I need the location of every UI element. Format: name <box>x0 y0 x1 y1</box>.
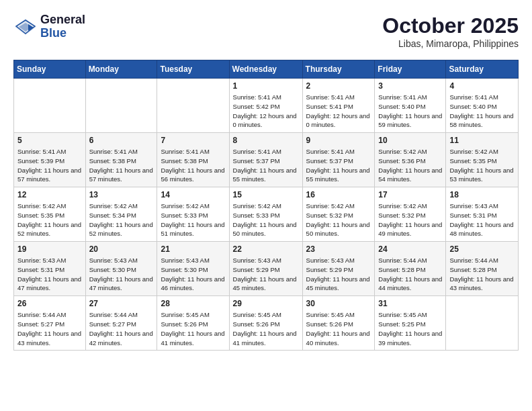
calendar-cell: 18Sunrise: 5:43 AMSunset: 5:31 PMDayligh… <box>446 187 519 242</box>
day-number: 4 <box>449 81 515 91</box>
calendar-cell: 31Sunrise: 5:45 AMSunset: 5:25 PMDayligh… <box>375 296 446 351</box>
calendar-cell: 26Sunrise: 5:44 AMSunset: 5:27 PMDayligh… <box>14 296 86 351</box>
day-number: 19 <box>17 244 82 254</box>
day-info: Sunrise: 5:41 AMSunset: 5:39 PMDaylight:… <box>17 147 82 184</box>
calendar-cell: 27Sunrise: 5:44 AMSunset: 5:27 PMDayligh… <box>85 296 157 351</box>
day-info: Sunrise: 5:42 AMSunset: 5:33 PMDaylight:… <box>161 201 225 238</box>
calendar-cell <box>446 296 519 351</box>
location: Libas, Mimaropa, Philippines <box>382 38 519 49</box>
day-number: 20 <box>89 244 154 254</box>
day-number: 7 <box>161 136 225 145</box>
day-info: Sunrise: 5:42 AMSunset: 5:34 PMDaylight:… <box>89 201 154 238</box>
calendar-cell: 22Sunrise: 5:43 AMSunset: 5:29 PMDayligh… <box>229 242 302 296</box>
calendar-cell: 20Sunrise: 5:43 AMSunset: 5:30 PMDayligh… <box>85 242 157 296</box>
day-info: Sunrise: 5:44 AMSunset: 5:27 PMDaylight:… <box>89 310 154 347</box>
day-number: 5 <box>17 136 82 145</box>
day-info: Sunrise: 5:41 AMSunset: 5:38 PMDaylight:… <box>89 147 154 184</box>
calendar-cell: 17Sunrise: 5:42 AMSunset: 5:32 PMDayligh… <box>375 187 446 242</box>
day-info: Sunrise: 5:41 AMSunset: 5:41 PMDaylight:… <box>306 93 371 130</box>
day-info: Sunrise: 5:41 AMSunset: 5:42 PMDaylight:… <box>233 93 299 130</box>
calendar-cell: 4Sunrise: 5:41 AMSunset: 5:40 PMDaylight… <box>446 79 519 133</box>
weekday-header-row: SundayMondayTuesdayWednesdayThursdayFrid… <box>14 60 519 79</box>
month-title: October 2025 <box>382 13 519 38</box>
day-info: Sunrise: 5:45 AMSunset: 5:26 PMDaylight:… <box>161 310 225 347</box>
calendar-cell: 9Sunrise: 5:41 AMSunset: 5:37 PMDaylight… <box>302 133 375 187</box>
day-number: 14 <box>161 190 225 199</box>
day-info: Sunrise: 5:43 AMSunset: 5:29 PMDaylight:… <box>306 256 371 293</box>
day-number: 27 <box>89 299 154 308</box>
weekday-header-sunday: Sunday <box>14 60 86 79</box>
title-block: October 2025 Libas, Mimaropa, Philippine… <box>382 13 519 49</box>
day-number: 1 <box>233 81 299 91</box>
day-info: Sunrise: 5:44 AMSunset: 5:28 PMDaylight:… <box>449 256 515 293</box>
weekday-header-thursday: Thursday <box>302 60 375 79</box>
calendar-cell: 11Sunrise: 5:42 AMSunset: 5:35 PMDayligh… <box>446 133 519 187</box>
calendar-cell: 3Sunrise: 5:41 AMSunset: 5:40 PMDaylight… <box>375 79 446 133</box>
day-info: Sunrise: 5:45 AMSunset: 5:25 PMDaylight:… <box>378 310 442 347</box>
calendar-week-3: 12Sunrise: 5:42 AMSunset: 5:35 PMDayligh… <box>14 187 519 242</box>
day-number: 30 <box>306 299 371 308</box>
day-number: 18 <box>449 190 515 199</box>
day-number: 10 <box>378 136 442 145</box>
calendar-week-4: 19Sunrise: 5:43 AMSunset: 5:31 PMDayligh… <box>14 242 519 296</box>
calendar-week-2: 5Sunrise: 5:41 AMSunset: 5:39 PMDaylight… <box>14 133 519 187</box>
day-info: Sunrise: 5:41 AMSunset: 5:37 PMDaylight:… <box>306 147 371 184</box>
day-number: 29 <box>233 299 299 308</box>
calendar-cell: 24Sunrise: 5:44 AMSunset: 5:28 PMDayligh… <box>375 242 446 296</box>
day-info: Sunrise: 5:45 AMSunset: 5:26 PMDaylight:… <box>306 310 371 347</box>
day-number: 23 <box>306 244 371 254</box>
logo-icon <box>13 17 38 36</box>
day-info: Sunrise: 5:42 AMSunset: 5:36 PMDaylight:… <box>378 147 442 184</box>
day-info: Sunrise: 5:44 AMSunset: 5:28 PMDaylight:… <box>378 256 442 293</box>
day-number: 28 <box>161 299 225 308</box>
day-info: Sunrise: 5:42 AMSunset: 5:35 PMDaylight:… <box>17 201 82 238</box>
day-number: 13 <box>89 190 154 199</box>
day-number: 16 <box>306 190 371 199</box>
day-info: Sunrise: 5:43 AMSunset: 5:30 PMDaylight:… <box>161 256 225 293</box>
calendar-cell: 21Sunrise: 5:43 AMSunset: 5:30 PMDayligh… <box>157 242 229 296</box>
day-info: Sunrise: 5:43 AMSunset: 5:31 PMDaylight:… <box>449 201 515 238</box>
calendar-cell: 12Sunrise: 5:42 AMSunset: 5:35 PMDayligh… <box>14 187 86 242</box>
day-info: Sunrise: 5:43 AMSunset: 5:30 PMDaylight:… <box>89 256 154 293</box>
calendar-cell: 16Sunrise: 5:42 AMSunset: 5:32 PMDayligh… <box>302 187 375 242</box>
day-number: 17 <box>378 190 442 199</box>
day-number: 9 <box>306 136 371 145</box>
weekday-header-monday: Monday <box>85 60 157 79</box>
calendar-cell: 1Sunrise: 5:41 AMSunset: 5:42 PMDaylight… <box>229 79 302 133</box>
day-number: 12 <box>17 190 82 199</box>
day-number: 24 <box>378 244 442 254</box>
day-number: 15 <box>233 190 299 199</box>
calendar-cell: 6Sunrise: 5:41 AMSunset: 5:38 PMDaylight… <box>85 133 157 187</box>
weekday-header-saturday: Saturday <box>446 60 519 79</box>
calendar-cell: 14Sunrise: 5:42 AMSunset: 5:33 PMDayligh… <box>157 187 229 242</box>
page-header: General Blue October 2025 Libas, Mimarop… <box>13 13 519 49</box>
logo: General Blue <box>13 13 85 40</box>
calendar-cell: 15Sunrise: 5:42 AMSunset: 5:33 PMDayligh… <box>229 187 302 242</box>
day-info: Sunrise: 5:42 AMSunset: 5:32 PMDaylight:… <box>306 201 371 238</box>
day-info: Sunrise: 5:41 AMSunset: 5:38 PMDaylight:… <box>161 147 225 184</box>
calendar-cell: 5Sunrise: 5:41 AMSunset: 5:39 PMDaylight… <box>14 133 86 187</box>
day-number: 6 <box>89 136 154 145</box>
weekday-header-wednesday: Wednesday <box>229 60 302 79</box>
day-info: Sunrise: 5:45 AMSunset: 5:26 PMDaylight:… <box>233 310 299 347</box>
calendar-cell <box>14 79 86 133</box>
day-number: 2 <box>306 81 371 91</box>
calendar-cell <box>157 79 229 133</box>
day-info: Sunrise: 5:42 AMSunset: 5:32 PMDaylight:… <box>378 201 442 238</box>
calendar-cell: 29Sunrise: 5:45 AMSunset: 5:26 PMDayligh… <box>229 296 302 351</box>
day-number: 25 <box>449 244 515 254</box>
calendar-cell: 8Sunrise: 5:41 AMSunset: 5:37 PMDaylight… <box>229 133 302 187</box>
calendar-week-5: 26Sunrise: 5:44 AMSunset: 5:27 PMDayligh… <box>14 296 519 351</box>
calendar-cell: 19Sunrise: 5:43 AMSunset: 5:31 PMDayligh… <box>14 242 86 296</box>
day-info: Sunrise: 5:41 AMSunset: 5:40 PMDaylight:… <box>378 93 442 130</box>
calendar-cell: 7Sunrise: 5:41 AMSunset: 5:38 PMDaylight… <box>157 133 229 187</box>
day-number: 22 <box>233 244 299 254</box>
logo-text-line2: Blue <box>40 27 85 40</box>
calendar-table: SundayMondayTuesdayWednesdayThursdayFrid… <box>13 60 519 351</box>
day-number: 3 <box>378 81 442 91</box>
calendar-cell: 2Sunrise: 5:41 AMSunset: 5:41 PMDaylight… <box>302 79 375 133</box>
calendar-cell: 25Sunrise: 5:44 AMSunset: 5:28 PMDayligh… <box>446 242 519 296</box>
calendar-cell: 30Sunrise: 5:45 AMSunset: 5:26 PMDayligh… <box>302 296 375 351</box>
day-info: Sunrise: 5:42 AMSunset: 5:35 PMDaylight:… <box>449 147 515 184</box>
day-info: Sunrise: 5:42 AMSunset: 5:33 PMDaylight:… <box>233 201 299 238</box>
